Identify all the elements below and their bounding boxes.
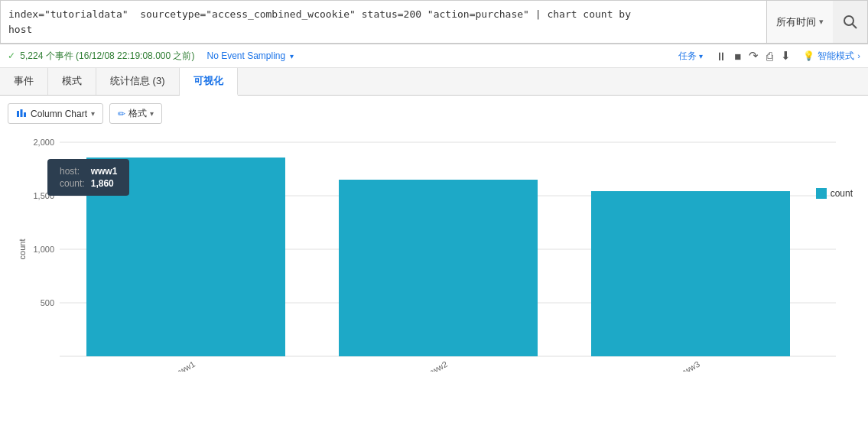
legend-color-swatch (816, 188, 827, 199)
svg-text:www1: www1 (171, 359, 197, 372)
svg-rect-4 (24, 112, 26, 117)
bar-www3[interactable] (591, 191, 790, 356)
chart-area: host: www1 count: 1,860 count (0, 127, 868, 372)
tab-statistics[interactable]: 统计信息 (3) (96, 68, 180, 95)
bar-www2[interactable] (339, 180, 538, 356)
bulb-icon: 💡 (803, 50, 814, 61)
search-icon (842, 14, 859, 31)
svg-rect-3 (21, 109, 23, 117)
chevron-down-icon: ▾ (699, 52, 703, 60)
check-icon: ✓ (8, 50, 15, 61)
tab-events[interactable]: 事件 (0, 68, 48, 95)
time-picker-label: 所有时间 (776, 15, 816, 29)
print-button[interactable]: ⎙ (766, 50, 773, 63)
tabs-bar: 事件 模式 统计信息 (3) 可视化 (0, 68, 868, 96)
tooltip-host-value: www1 (88, 165, 121, 177)
svg-point-0 (844, 16, 853, 25)
time-picker[interactable]: 所有时间 ▾ (766, 0, 833, 44)
column-chart-svg: 2,000 1,500 1,000 500 count www1 www2 ww… (18, 127, 851, 372)
svg-line-1 (852, 24, 857, 28)
chart-tooltip: host: www1 count: 1,860 (47, 159, 129, 196)
chevron-down-icon: ▾ (91, 109, 95, 118)
svg-rect-2 (17, 111, 19, 117)
chart-type-selector[interactable]: Column Chart ▾ (8, 103, 103, 124)
svg-text:2,000: 2,000 (33, 138, 54, 147)
tooltip-count-value: 1,860 (88, 177, 121, 190)
pause-button[interactable]: ⏸ (715, 50, 727, 63)
chevron-down-icon: ▾ (819, 17, 824, 27)
chart-container: Column Chart ▾ ✏ 格式 ▾ host: www1 count: … (0, 96, 868, 372)
tab-visualization[interactable]: 可视化 (180, 68, 238, 96)
chevron-down-icon: ▾ (150, 109, 154, 118)
search-button[interactable] (833, 0, 868, 44)
tooltip-count-label: count: (57, 177, 88, 190)
search-input[interactable]: index="tutorialdata" sourcetype="access_… (0, 0, 766, 44)
svg-text:count: count (18, 239, 27, 260)
svg-text:500: 500 (40, 298, 54, 307)
status-bar: ✓ 5,224 个事件 (16/12/08 22:19:08.000 之前) N… (0, 44, 868, 68)
svg-text:1,000: 1,000 (33, 245, 54, 254)
legend-label: count (831, 188, 853, 199)
svg-text:www3: www3 (676, 359, 701, 372)
share-button[interactable]: ↷ (749, 49, 759, 63)
chart-toolbar: Column Chart ▾ ✏ 格式 ▾ (0, 100, 868, 127)
sampling-selector[interactable]: No Event Sampling ▾ (206, 50, 293, 61)
format-button[interactable]: ✏ 格式 ▾ (109, 103, 162, 124)
tasks-button[interactable]: 任务 ▾ (678, 50, 703, 63)
download-button[interactable]: ⬇ (781, 49, 791, 63)
search-bar: index="tutorialdata" sourcetype="access_… (0, 0, 868, 44)
tab-patterns[interactable]: 模式 (48, 68, 96, 95)
stop-button[interactable]: ■ (734, 50, 741, 63)
toolbar-icons: ⏸ ■ ↷ ⎙ ⬇ (715, 49, 791, 63)
event-count: ✓ 5,224 个事件 (16/12/08 22:19:08.000 之前) (8, 50, 194, 63)
chart-type-label: Column Chart (31, 109, 87, 119)
format-icon: ✏ (118, 109, 125, 119)
smart-mode-toggle[interactable]: 💡 智能模式 › (803, 50, 860, 63)
tooltip-host-label: host: (57, 165, 88, 177)
column-chart-icon (16, 107, 27, 120)
chevron-down-icon: ▾ (290, 52, 294, 60)
chevron-right-icon: › (857, 51, 860, 60)
svg-text:www2: www2 (424, 359, 449, 372)
chart-legend: count (816, 188, 853, 199)
